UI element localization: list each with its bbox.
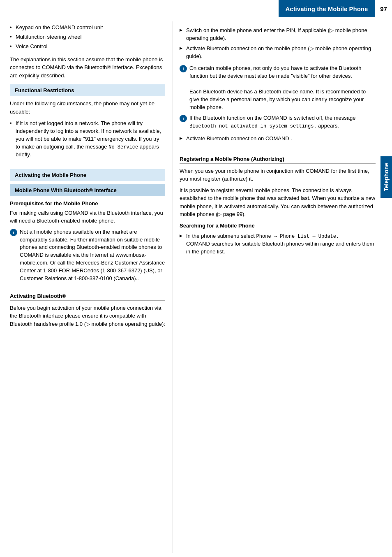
searching-list: In the phone submenu select Phone → Phon… — [180, 231, 376, 257]
functional-restrictions-box: Functional Restrictions — [10, 84, 165, 96]
activating-bluetooth-para: Before you begin activation of your mobi… — [10, 304, 165, 328]
page-header: Activating the Mobile Phone 97 — [0, 0, 392, 17]
bluetooth-interface-box: Mobile Phone With Bluetooth® Interface — [10, 184, 165, 196]
activating-bluetooth-heading: Activating Bluetooth® — [10, 293, 165, 301]
registering-heading: Registering a Mobile Phone (Authorizing) — [180, 156, 376, 164]
step-switch-on: Switch on the mobile phone and enter the… — [180, 26, 376, 44]
info-text-visible: On certain mobile phones, not only do yo… — [189, 65, 376, 111]
no-service-code: No Service — [108, 144, 138, 150]
content-area: Keypad on the COMAND control unit Multif… — [0, 17, 392, 557]
info-icon-1: i — [10, 229, 17, 236]
bullet-keypad: Keypad on the COMAND control unit — [10, 23, 165, 32]
intro-paragraph: The explanations in this section assume … — [10, 56, 165, 80]
searching-heading: Searching for a Mobile Phone — [180, 223, 376, 229]
prerequisites-heading: Prerequisites for the Mobile Phone — [10, 200, 165, 207]
page-number: 97 — [374, 0, 392, 17]
registering-para1: When you use your mobile phone in conjun… — [180, 167, 376, 183]
info-icon-2: i — [180, 65, 187, 72]
functional-restrictions-intro: Under the following circumstances, the p… — [10, 100, 165, 116]
info-text-bt-off: If the Bluetooth function on the COMAND … — [189, 114, 376, 130]
intro-bullet-list: Keypad on the COMAND control unit Multif… — [10, 23, 165, 51]
bt-not-activated-code: Bluetooth not activated in system settin… — [189, 123, 317, 129]
info-icon-3: i — [180, 115, 187, 122]
header-title: Activating the Mobile Phone — [279, 0, 374, 17]
left-column: Keypad on the COMAND control unit Multif… — [0, 21, 173, 553]
info-block-bt-off: i If the Bluetooth function on the COMAN… — [180, 114, 376, 130]
searching-item: In the phone submenu select Phone → Phon… — [180, 231, 376, 257]
prerequisites-para: For making calls using COMAND via the Bl… — [10, 209, 165, 225]
activate-comand-list: Activate Bluetooth connection on COMAND … — [180, 134, 376, 144]
info-block-mobile: i Not all mobile phones available on the… — [10, 228, 165, 283]
info-text-mobile: Not all mobile phones available on the m… — [20, 228, 165, 283]
restriction-bullet: If it is not yet logged into a network. … — [10, 119, 165, 160]
step-activate-bt: Activate Bluetooth connection on the mob… — [180, 44, 376, 62]
functional-restrictions-heading: Functional Restrictions — [15, 87, 74, 93]
page-container: Activating the Mobile Phone 97 Telephone… — [0, 0, 392, 557]
bluetooth-interface-label: Mobile Phone With Bluetooth® Interface — [15, 187, 117, 193]
activate-comand-item: Activate Bluetooth connection on COMAND … — [180, 134, 376, 144]
info-block-visible: i On certain mobile phones, not only do … — [180, 65, 376, 111]
bullet-voice: Voice Control — [10, 42, 165, 51]
registering-para2: It is possible to register several mobil… — [180, 186, 376, 218]
bluetooth-steps-list: Switch on the mobile phone and enter the… — [180, 26, 376, 61]
activating-section-box: Activating the Mobile Phone — [10, 169, 165, 181]
right-column: Switch on the mobile phone and enter the… — [173, 21, 392, 553]
phone-list-code: Phone → Phone List → Update. — [256, 234, 339, 239]
activating-heading: Activating the Mobile Phone — [15, 172, 86, 178]
side-tab-telephone: Telephone — [380, 156, 392, 198]
restrictions-bullet-list: If it is not yet logged into a network. … — [10, 119, 165, 160]
bullet-steering: Multifunction steering wheel — [10, 32, 165, 42]
